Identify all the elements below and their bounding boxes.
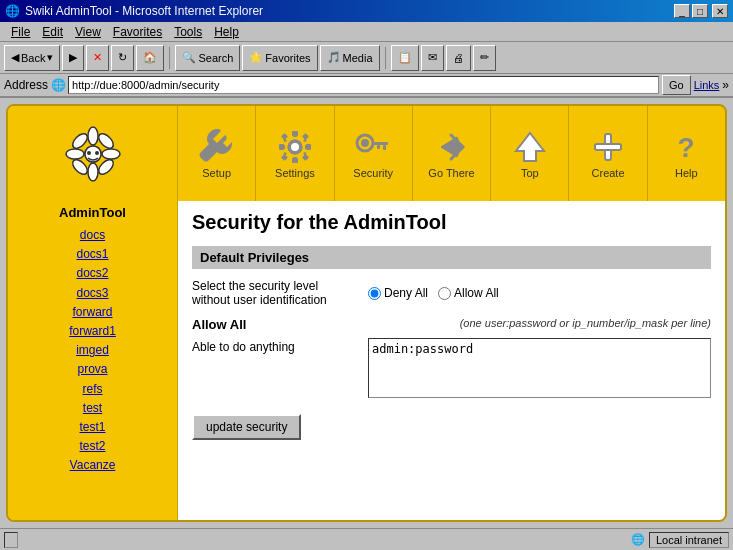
title-bar: 🌐 Swiki AdminTool - Microsoft Internet E… [0,0,733,22]
nav-cells: Setup [178,106,725,201]
allow-all-header-row: Allow All (one user:password or ip_numbe… [192,317,711,332]
sidebar-link-test[interactable]: test [12,399,173,418]
create-label: Create [592,167,625,179]
menu-bar: File Edit View Favorites Tools Help [0,22,733,42]
go-button[interactable]: Go [662,75,691,95]
favorites-button[interactable]: ⭐ Favorites [242,45,317,71]
help-icon: ? [668,129,704,165]
security-level-row: Select the security level without user i… [192,279,711,307]
window-title: Swiki AdminTool - Microsoft Internet Exp… [25,4,263,18]
menu-edit[interactable]: Edit [36,24,69,40]
home-button[interactable]: 🏠 [136,45,164,71]
status-bar: 🌐 Local intranet [0,528,733,550]
refresh-button[interactable]: ↻ [111,45,134,71]
deny-all-radio[interactable] [368,287,381,300]
setup-label: Setup [202,167,231,179]
default-privileges-header: Default Privileges [192,246,711,269]
close-button[interactable]: ✕ [712,4,728,18]
nav-go-there[interactable]: Go There [413,106,491,201]
browser-toolbar: ◀ Back ▾ ▶ ✕ ↻ 🏠 🔍 Search ⭐ Favorites 🎵 … [0,42,733,74]
allow-all-label: Allow All [454,286,499,300]
sidebar-link-prova[interactable]: prova [12,360,173,379]
sidebar-link-docs1[interactable]: docs1 [12,245,173,264]
svg-rect-16 [292,131,298,136]
mail-button[interactable]: ✉ [421,45,444,71]
able-to-do-anything-textarea[interactable]: admin:password [368,338,711,398]
svg-rect-29 [377,145,380,149]
menu-favorites[interactable]: Favorites [107,24,168,40]
sidebar-link-refs[interactable]: refs [12,380,173,399]
sidebar-link-docs3[interactable]: docs3 [12,284,173,303]
sidebar-title: AdminTool [12,205,173,220]
zone-icon: 🌐 [631,533,645,546]
svg-rect-27 [372,142,388,145]
svg-rect-22 [281,153,288,160]
address-bar: Address 🌐 Go Links » [0,74,733,98]
nav-setup[interactable]: Setup [178,106,256,201]
nav-top[interactable]: Top [491,106,569,201]
nav-security[interactable]: Security [335,106,413,201]
refresh-icon: ↻ [118,51,127,64]
forward-button[interactable]: ▶ [62,45,84,71]
create-icon [590,129,626,165]
back-icon: ◀ [11,51,19,64]
allow-all-option[interactable]: Allow All [438,286,499,300]
sidebar-link-docs[interactable]: docs [12,226,173,245]
media-label: Media [343,52,373,64]
able-to-do-anything-label: Able to do anything [192,338,352,354]
swiki-frame: Setup [6,104,727,522]
svg-rect-23 [302,153,309,160]
page-title: Security for the AdminTool [192,211,711,234]
sidebar-link-test1[interactable]: test1 [12,418,173,437]
sidebar-link-forward[interactable]: forward [12,303,173,322]
swiki-logo [8,106,178,201]
address-input[interactable] [68,76,659,94]
window-icon: 🌐 [5,4,20,18]
svg-rect-20 [281,132,288,139]
print-button[interactable]: 🖨 [446,45,471,71]
sidebar-link-forward1[interactable]: forward1 [12,322,173,341]
sidebar-link-docs2[interactable]: docs2 [12,264,173,283]
history-button[interactable]: 📋 [391,45,419,71]
minimize-button[interactable]: _ [674,4,690,18]
nav-create[interactable]: Create [569,106,647,201]
maximize-button[interactable]: □ [692,4,708,18]
stop-icon: ✕ [93,51,102,64]
svg-point-13 [95,151,99,155]
allow-all-radio[interactable] [438,287,451,300]
svg-rect-19 [306,144,311,150]
swiki-bottom: AdminTool docs docs1 docs2 docs3 forward… [8,201,725,520]
nav-help[interactable]: ? Help [648,106,725,201]
status-message [4,532,18,548]
edit-button[interactable]: ✏ [473,45,496,71]
swiki-top-nav: Setup [8,106,725,201]
sidebar-link-vacanze[interactable]: Vacanze [12,456,173,475]
menu-file[interactable]: File [5,24,36,40]
nav-settings[interactable]: Settings [256,106,334,201]
menu-view[interactable]: View [69,24,107,40]
globe-icon: 🌐 [51,78,65,92]
status-right: 🌐 Local intranet [631,532,729,548]
allow-all-note: (one user:password or ip_number/ip_mask … [368,317,711,329]
sidebar-link-imged[interactable]: imged [12,341,173,360]
menu-tools[interactable]: Tools [168,24,208,40]
search-label: Search [198,52,233,64]
update-security-button[interactable]: update security [192,414,301,440]
top-label: Top [521,167,539,179]
history-icon: 📋 [398,51,412,64]
svg-point-3 [88,127,98,145]
key-icon [355,129,391,165]
media-icon: 🎵 [327,51,341,64]
search-icon: 🔍 [182,51,196,64]
help-label: Help [675,167,698,179]
menu-help[interactable]: Help [208,24,245,40]
links-label[interactable]: Links [694,79,720,91]
svg-marker-30 [516,133,544,161]
search-button[interactable]: 🔍 Search [175,45,240,71]
stop-button[interactable]: ✕ [86,45,109,71]
media-button[interactable]: 🎵 Media [320,45,380,71]
sidebar-link-test2[interactable]: test2 [12,437,173,456]
svg-rect-21 [302,132,309,139]
back-button[interactable]: ◀ Back ▾ [4,45,60,71]
deny-all-option[interactable]: Deny All [368,286,428,300]
